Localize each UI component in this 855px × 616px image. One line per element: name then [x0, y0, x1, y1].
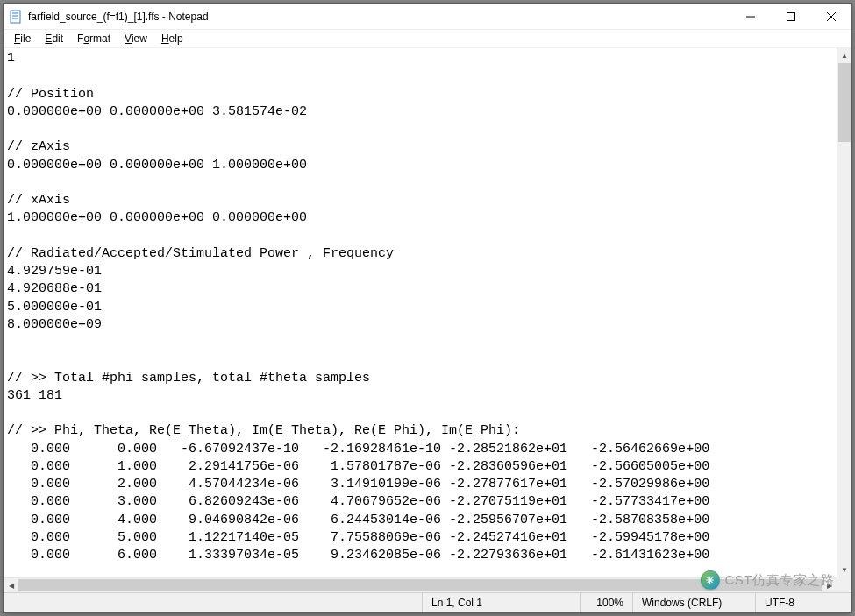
menubar: File Edit Format View Help	[4, 30, 851, 48]
scroll-left-icon[interactable]: ◀	[4, 578, 18, 592]
scroll-thumb-v[interactable]	[838, 63, 851, 142]
notepad-icon	[9, 10, 23, 24]
menu-file[interactable]: File	[7, 31, 38, 46]
maximize-button[interactable]	[771, 4, 811, 30]
menu-help[interactable]: Help	[154, 31, 190, 46]
status-encoding: UTF-8	[755, 593, 851, 612]
minimize-button[interactable]	[730, 4, 771, 30]
scrollbar-corner	[837, 577, 851, 592]
menu-view[interactable]: View	[118, 31, 154, 46]
menu-format[interactable]: Format	[70, 31, 118, 46]
close-button[interactable]	[811, 4, 851, 30]
window-controls	[730, 4, 851, 29]
scroll-down-icon[interactable]: ▼	[837, 563, 851, 577]
editor-area: 1 // Position 0.000000e+00 0.000000e+00 …	[4, 48, 851, 577]
horizontal-scrollbar[interactable]: ◀ ▶	[4, 577, 837, 592]
status-position: Ln 1, Col 1	[422, 593, 580, 612]
scroll-thumb-h[interactable]	[18, 579, 822, 591]
window-title: farfield_source_(f=f1)_[1].ffs - Notepad	[28, 11, 730, 23]
scroll-track-h[interactable]	[18, 578, 822, 592]
statusbar: Ln 1, Col 1 100% Windows (CRLF) UTF-8	[4, 592, 851, 612]
scroll-right-icon[interactable]: ▶	[822, 578, 837, 592]
status-zoom: 100%	[580, 593, 632, 612]
menu-edit[interactable]: Edit	[38, 31, 70, 46]
svg-rect-5	[787, 13, 795, 21]
status-line-ending: Windows (CRLF)	[632, 593, 755, 612]
scroll-up-icon[interactable]: ▲	[837, 48, 851, 63]
text-content[interactable]: 1 // Position 0.000000e+00 0.000000e+00 …	[4, 48, 837, 577]
svg-rect-0	[11, 11, 20, 23]
notepad-window: farfield_source_(f=f1)_[1].ffs - Notepad…	[3, 3, 852, 613]
titlebar[interactable]: farfield_source_(f=f1)_[1].ffs - Notepad	[4, 4, 851, 30]
vertical-scrollbar[interactable]: ▲ ▼	[837, 48, 851, 577]
scroll-track-v[interactable]	[837, 63, 851, 563]
